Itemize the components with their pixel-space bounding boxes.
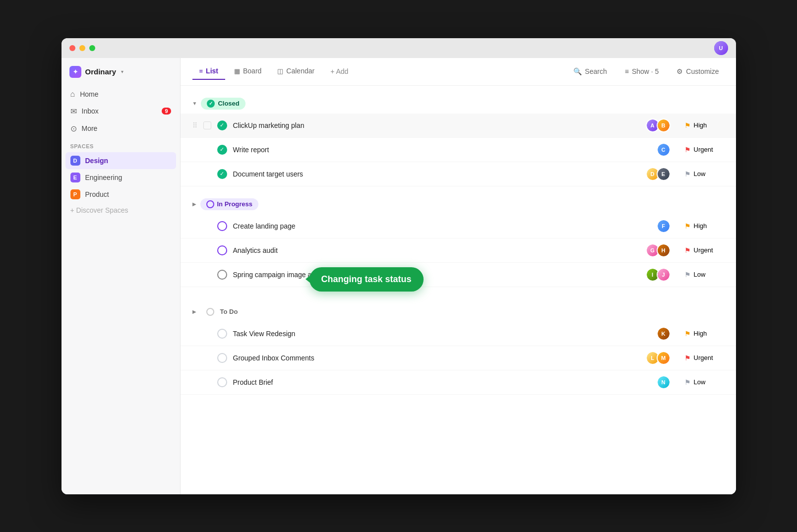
closed-section-badge: ✓ Closed [201,98,245,110]
discover-spaces-label: + Discover Spaces [70,206,128,214]
sidebar-item-label: Home [80,90,98,98]
flag-icon: ⚑ [684,222,691,230]
sidebar-nav: ⌂ Home ✉ Inbox 9 ⊙ More [61,86,180,137]
task-avatars: N [657,375,671,389]
sidebar-item-product[interactable]: P Product [65,186,176,203]
table-row[interactable]: ⠿ ✓ Document target users D E ⚑ Low [181,162,736,186]
avatar: M [657,351,671,365]
drag-handle-icon[interactable]: ⠿ [192,121,197,129]
task-list: ▼ ✓ Closed ⠿ ✓ ClickUp marketing plan A … [181,86,736,494]
home-icon: ⌂ [70,90,75,99]
minimize-button[interactable] [79,45,85,51]
spaces-header: Spaces [61,137,180,152]
status-check-icon[interactable]: ✓ [217,120,227,130]
table-row[interactable]: ⠿ ✓ ClickUp marketing plan A B ⚑ High [181,114,736,138]
flag-icon: ⚑ [684,378,691,386]
chevron-down-icon: ▾ [121,69,123,74]
calendar-icon: ◫ [277,67,283,75]
avatar: N [657,375,671,389]
flag-icon: ⚑ [684,354,691,362]
toolbar-right: 🔍 Search ≡ Show · 5 ⚙ Customize [568,64,724,78]
table-row[interactable]: ⠿ Task View Redesign K ⚑ High [181,322,736,346]
sidebar-item-engineering[interactable]: E Engineering [65,169,176,186]
sidebar-item-home[interactable]: ⌂ Home [65,86,176,103]
section-header-in-progress[interactable]: ▶ In Progress [181,194,736,214]
table-row[interactable]: ⠿ Grouped Inbox Comments L M ⚑ Urgent [181,346,736,370]
avatar[interactable]: U [714,41,728,55]
tab-list-label: List [206,67,218,75]
avatar: K [657,327,671,341]
status-progress-icon [206,200,214,208]
search-button[interactable]: 🔍 Search [568,64,612,78]
status-check-icon[interactable]: ✓ [217,169,227,179]
status-circle-icon[interactable] [217,270,227,280]
maximize-button[interactable] [89,45,95,51]
task-avatars: C [657,143,671,157]
tab-list[interactable]: ≡ List [192,63,225,80]
avatar: C [657,143,671,157]
brand[interactable]: ✦ Ordinary ▾ [61,66,180,86]
chevron-right-icon: ▶ [192,309,196,314]
task-name: Create landing page [233,222,651,230]
add-view-button[interactable]: + Add [323,63,355,79]
discover-spaces-button[interactable]: + Discover Spaces [61,203,180,218]
sidebar-item-inbox[interactable]: ✉ Inbox 9 [65,103,176,120]
status-circle-icon[interactable] [217,221,227,231]
section-header-to-do[interactable]: ▶ To Do [181,302,736,322]
flag-icon: ⚑ [684,146,691,154]
space-dot-engineering: E [70,173,80,182]
table-row[interactable]: ⠿ Create landing page F ⚑ High [181,214,736,238]
table-row[interactable]: ⠿ Analytics audit G H ⚑ Urgent [181,238,736,263]
status-circle-icon[interactable] [217,329,227,339]
priority-badge: ⚑ High [684,121,724,129]
inbox-icon: ✉ [70,107,77,116]
section-header-closed[interactable]: ▼ ✓ Closed [181,94,736,114]
customize-button[interactable]: ⚙ Customize [672,64,724,78]
toolbar: ≡ List ▦ Board ◫ Calendar + Add 🔍 [181,58,736,86]
priority-badge: ⚑ Urgent [684,354,724,362]
app-window: U ✦ Ordinary ▾ ⌂ Home ✉ Inbox 9 [61,38,736,494]
task-checkbox[interactable] [203,121,211,129]
task-avatars: G H [646,243,671,257]
sidebar-item-label: Inbox [82,107,99,115]
space-label: Design [85,157,109,165]
avatar: B [657,118,671,132]
gear-icon: ⚙ [676,67,683,75]
avatar: J [657,268,671,282]
task-name: Document target users [233,170,640,178]
status-circle-icon[interactable] [217,377,227,387]
avatar: F [657,219,671,233]
task-name: Product Brief [233,378,651,386]
tab-board[interactable]: ▦ Board [227,63,268,80]
task-name: Grouped Inbox Comments [233,354,640,362]
status-circle-icon[interactable] [217,245,227,255]
flag-icon: ⚑ [684,330,691,338]
tooltip-arrow [306,275,310,283]
task-avatars: K [657,327,671,341]
flag-icon: ⚑ [684,246,691,254]
search-icon: 🔍 [573,67,582,75]
status-check-icon[interactable]: ✓ [217,145,227,155]
status-circle-icon[interactable] [217,353,227,363]
show-button[interactable]: ≡ Show · 5 [620,64,664,78]
sidebar-item-label: More [82,124,98,132]
table-row[interactable]: ⠿ Spring campaign image assets I J ⚑ Low [181,263,736,287]
sidebar-item-more[interactable]: ⊙ More [65,120,176,137]
changing-task-status-tooltip: Changing task status [309,267,424,292]
close-button[interactable] [69,45,75,51]
task-name: Task View Redesign [233,330,651,338]
status-todo-icon [206,308,214,316]
sidebar: ✦ Ordinary ▾ ⌂ Home ✉ Inbox 9 ⊙ More [61,58,181,494]
table-row[interactable]: ⠿ ✓ Write report C ⚑ Urgent [181,138,736,162]
space-dot-design: D [70,156,80,166]
table-row[interactable]: ⠿ Product Brief N ⚑ Low [181,370,736,395]
flag-icon: ⚑ [684,121,691,129]
customize-label: Customize [686,67,719,75]
inbox-badge: 9 [162,108,171,115]
task-avatars: A B [646,118,671,132]
avatar: H [657,243,671,257]
brand-name: Ordinary [85,67,117,76]
tab-calendar[interactable]: ◫ Calendar [270,63,321,80]
sidebar-item-design[interactable]: D Design [65,152,176,169]
space-label: Engineering [85,174,123,181]
